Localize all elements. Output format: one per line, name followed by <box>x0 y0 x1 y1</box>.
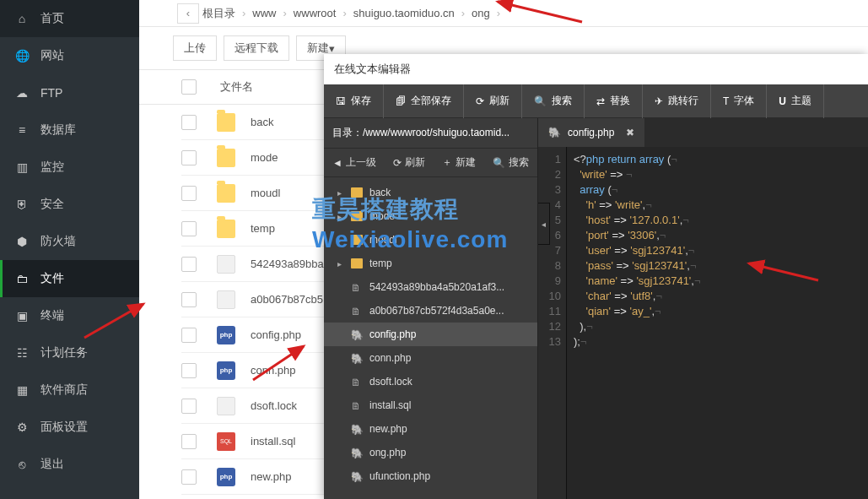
tree-item-label: ufunction.php <box>369 470 430 482</box>
upload-button[interactable]: 上传 <box>173 35 217 61</box>
sidebar-item-label: 网站 <box>40 48 64 63</box>
sidebar-item-cron[interactable]: ☷计划任务 <box>0 334 139 372</box>
cloud-icon: ☁ <box>15 86 29 100</box>
expand-arrow[interactable]: ▸ <box>337 188 346 198</box>
file-checkbox[interactable] <box>181 469 197 485</box>
file-icon <box>217 255 235 274</box>
tree-item[interactable]: 🐘conn.php <box>324 346 537 370</box>
tree-item[interactable]: ▸back <box>324 181 537 204</box>
file-checkbox[interactable] <box>181 292 197 307</box>
goto-icon: ✈ <box>655 95 663 107</box>
editor-theme-button[interactable]: U主题 <box>767 84 824 118</box>
editor-font-button[interactable]: T字体 <box>711 84 767 118</box>
editor-gotoline-button[interactable]: ✈跳转行 <box>643 84 711 118</box>
expand-arrow[interactable]: ▸ <box>337 236 346 245</box>
shield-icon: ⛨ <box>15 198 29 211</box>
firewall-icon: ⬢ <box>15 235 29 248</box>
saveall-icon: 🗐 <box>396 95 406 107</box>
select-all-checkbox[interactable] <box>181 79 197 95</box>
sidebar-item-file[interactable]: 🗀文件 <box>0 260 139 297</box>
terminal-icon: ▣ <box>15 309 29 323</box>
tree-item[interactable]: 🗎dsoft.lock <box>324 370 537 393</box>
code-content[interactable]: <?php return array (¬ 'write' => ¬ array… <box>567 147 868 499</box>
breadcrumb-back-button[interactable]: ‹ <box>177 3 199 24</box>
editor-save-button[interactable]: 🖫保存 <box>324 84 384 118</box>
close-tab-icon[interactable]: ✖ <box>626 127 634 138</box>
editor-saveall-button[interactable]: 🗐全部保存 <box>384 84 464 118</box>
tree-item[interactable]: 🐘new.php <box>324 417 537 441</box>
folder-icon <box>351 211 363 221</box>
sidebar-item-label: 终端 <box>40 308 64 323</box>
sidebar-item-home[interactable]: ⌂首页 <box>0 0 139 37</box>
sidebar-item-logout[interactable]: ⎋退出 <box>0 446 139 483</box>
sidebar-item-panel[interactable]: ⚙面板设置 <box>0 409 139 446</box>
file-icon: 🗎 <box>351 306 363 316</box>
code-panel: 🐘 config.php ✖ 12345678910111213 <?php r… <box>538 118 868 499</box>
breadcrumb-item[interactable]: 根目录 <box>202 6 235 21</box>
tree-item[interactable]: 🗎a0b067b87cb572f4d3a5a0e... <box>324 299 537 323</box>
chart-icon: ▥ <box>15 160 29 174</box>
editor-body: 目录：/www/wwwroot/shuiguo.taomid... ◄ 上一级 … <box>324 118 868 499</box>
sidebar-item-monitor[interactable]: ▥监控 <box>0 149 139 186</box>
sidebar-item-site[interactable]: 🌐网站 <box>0 37 139 74</box>
file-checkbox[interactable] <box>181 363 197 378</box>
sidebar-item-security[interactable]: ⛨安全 <box>0 186 139 223</box>
editor-title: 在线文本编辑器 <box>324 54 868 84</box>
tree-item[interactable]: ▸temp <box>324 252 537 275</box>
file-icon <box>217 397 235 415</box>
tree-item[interactable]: ▸mode <box>324 204 537 228</box>
tree-item[interactable]: 🐘config.php <box>324 323 537 346</box>
code-area[interactable]: 12345678910111213 <?php return array (¬ … <box>538 147 868 499</box>
file-checkbox[interactable] <box>181 328 197 343</box>
sql-icon: SQL <box>217 432 235 451</box>
php-icon: 🐘 <box>548 127 561 138</box>
file-checkbox[interactable] <box>181 399 197 414</box>
tree-create-button[interactable]: ＋ 新建 <box>434 155 484 170</box>
file-checkbox[interactable] <box>181 257 197 272</box>
file-name: moudl <box>251 187 280 199</box>
file-checkbox[interactable] <box>181 115 197 130</box>
expand-arrow[interactable]: ▸ <box>337 212 346 221</box>
tree-item[interactable]: 🗎install.sql <box>324 393 537 417</box>
file-name: install.sql <box>251 435 295 447</box>
remote-download-button[interactable]: 远程下载 <box>224 35 289 61</box>
tree-item-label: moudl <box>369 234 397 246</box>
collapse-handle[interactable]: ◂ <box>538 203 550 245</box>
tree-item[interactable]: 🐘ufunction.php <box>324 464 537 488</box>
breadcrumb-item[interactable]: ong <box>472 7 490 19</box>
expand-arrow[interactable]: ▸ <box>337 259 346 268</box>
sidebar-item-db[interactable]: ≡数据库 <box>0 111 139 149</box>
sidebar-item-label: 监控 <box>40 160 64 175</box>
folder-icon <box>217 149 235 167</box>
tree-search-button[interactable]: 🔍 搜索 <box>484 155 537 170</box>
line-gutter: 12345678910111213 <box>538 147 567 499</box>
file-checkbox[interactable] <box>181 434 197 449</box>
tree-up-button[interactable]: ◄ 上一级 <box>324 155 385 170</box>
folder-icon <box>351 235 363 245</box>
breadcrumb-item[interactable]: shuiguo.taomiduo.cn <box>353 7 455 19</box>
sidebar-item-label: 计划任务 <box>40 345 88 361</box>
sidebar-item-firewall[interactable]: ⬢防火墙 <box>0 223 139 260</box>
font-icon: T <box>723 95 729 107</box>
tree-refresh-button[interactable]: ⟳ 刷新 <box>385 155 434 170</box>
tree-item[interactable]: 🐘ong.php <box>324 441 537 464</box>
file-name: back <box>251 116 273 128</box>
php-icon: php <box>217 326 235 344</box>
editor-replace-button[interactable]: ⇄替换 <box>585 84 643 118</box>
tree-path: 目录：/www/wwwroot/shuiguo.taomid... <box>324 118 537 149</box>
file-checkbox[interactable] <box>181 186 197 201</box>
file-checkbox[interactable] <box>181 150 197 165</box>
editor-refresh-button[interactable]: ⟳刷新 <box>464 84 522 118</box>
editor-search-button[interactable]: 🔍搜索 <box>522 84 585 118</box>
breadcrumb-item[interactable]: wwwroot <box>294 7 337 19</box>
tree-item[interactable]: 🗎542493a89bba4a5b20a1af3... <box>324 275 537 299</box>
sidebar-item-terminal[interactable]: ▣终端 <box>0 297 139 334</box>
tab-label: config.php <box>568 127 614 138</box>
file-name: 542493a89bba <box>251 258 324 270</box>
sidebar-item-store[interactable]: ▦软件商店 <box>0 372 139 409</box>
file-checkbox[interactable] <box>181 221 197 236</box>
breadcrumb-item[interactable]: www <box>252 7 276 19</box>
sidebar-item-ftp[interactable]: ☁FTP <box>0 74 139 111</box>
tree-item[interactable]: ▸moudl <box>324 228 537 252</box>
code-tab[interactable]: 🐘 config.php ✖ <box>538 118 644 147</box>
